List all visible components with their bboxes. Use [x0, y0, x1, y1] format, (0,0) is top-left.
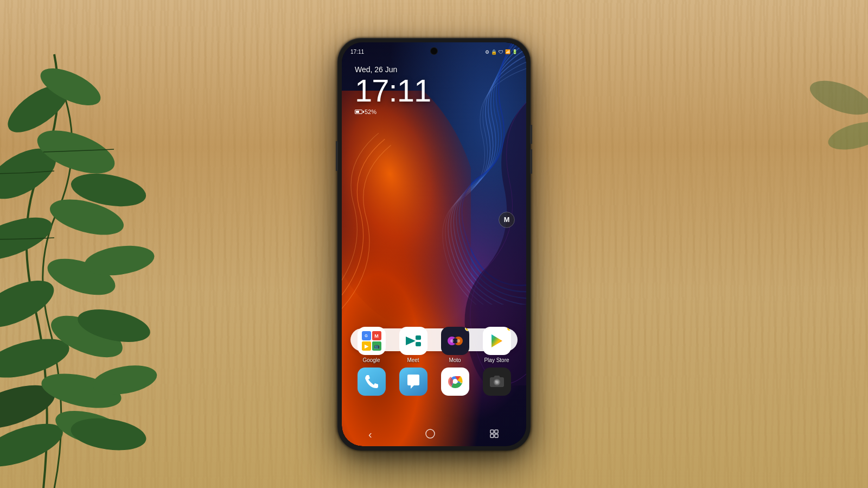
app-item-phone[interactable] — [355, 367, 388, 396]
app-label-meet: Meet — [407, 357, 419, 363]
svg-text:M: M — [374, 333, 379, 339]
app-label-play-store: Play Store — [484, 357, 509, 363]
recents-button[interactable] — [489, 428, 500, 441]
app-item-messages[interactable] — [397, 367, 430, 396]
shield-status-icon: 🛡 — [499, 49, 503, 55]
clock-time: 17:11 — [355, 75, 431, 106]
svg-text:M: M — [504, 216, 510, 224]
navigation-bar: ‹ — [342, 426, 526, 446]
app-item-google[interactable]: G M ▶ 📺 — [355, 327, 388, 363]
app-item-moto[interactable]: Moto — [439, 327, 471, 363]
app-item-meet[interactable]: Meet — [397, 327, 430, 363]
svg-rect-41 — [416, 342, 421, 346]
svg-point-57 — [426, 429, 435, 438]
lock-status-icon: 🔒 — [491, 49, 497, 55]
app-label-moto: Moto — [449, 357, 461, 363]
app-item-camera[interactable] — [481, 367, 513, 396]
app-item-play-store[interactable]: Play Store — [481, 327, 513, 363]
svg-point-46 — [450, 339, 454, 343]
battery-status-icon: 🔋 — [512, 49, 518, 54]
wifi-status-icon: 📶 — [505, 49, 510, 54]
svg-point-19 — [806, 74, 868, 122]
battery-icon — [355, 110, 362, 114]
plant-decoration — [0, 0, 217, 488]
moto-notification-badge — [465, 327, 469, 331]
svg-rect-61 — [495, 434, 498, 438]
app-row-2 — [350, 367, 518, 396]
svg-rect-58 — [490, 430, 494, 433]
app-grid: G M ▶ 📺 — [342, 327, 526, 400]
svg-text:📺: 📺 — [374, 343, 380, 350]
status-time: 17:11 — [350, 49, 364, 55]
play-store-notification-badge — [507, 327, 511, 331]
phone-device: 17:11 ⚙ 🔒 🛡 📶 🔋 Wed, 26 Jun 17:11 52% — [337, 38, 531, 451]
svg-text:▶: ▶ — [365, 344, 369, 349]
phone-bezel: 17:11 ⚙ 🔒 🛡 📶 🔋 Wed, 26 Jun 17:11 52% — [342, 42, 526, 446]
svg-point-56 — [495, 381, 496, 382]
svg-rect-59 — [495, 430, 498, 433]
svg-point-47 — [457, 339, 460, 343]
app-label-google: Google — [362, 357, 380, 363]
svg-rect-40 — [416, 335, 421, 340]
plant-right — [705, 54, 868, 217]
svg-point-20 — [825, 117, 868, 155]
phone-screen: 17:11 ⚙ 🔒 🛡 📶 🔋 Wed, 26 Jun 17:11 52% — [342, 42, 526, 446]
settings-status-icon: ⚙ — [485, 49, 489, 55]
power-button[interactable] — [336, 141, 338, 171]
back-button[interactable]: ‹ — [368, 428, 372, 441]
app-item-chrome[interactable] — [439, 367, 471, 396]
clock-battery: 52% — [355, 109, 431, 115]
motorola-logo: M — [498, 211, 515, 229]
status-icons: ⚙ 🔒 🛡 📶 🔋 — [485, 49, 518, 55]
app-row-1: G M ▶ 📺 — [350, 327, 518, 363]
battery-percent: 52% — [365, 109, 376, 115]
volume-down-button[interactable] — [530, 149, 532, 174]
svg-rect-60 — [490, 434, 494, 438]
volume-up-button[interactable] — [530, 125, 532, 144]
front-camera — [431, 48, 437, 54]
home-button[interactable] — [425, 428, 436, 441]
svg-point-51 — [453, 379, 457, 384]
clock-widget: Wed, 26 Jun 17:11 52% — [355, 65, 431, 115]
